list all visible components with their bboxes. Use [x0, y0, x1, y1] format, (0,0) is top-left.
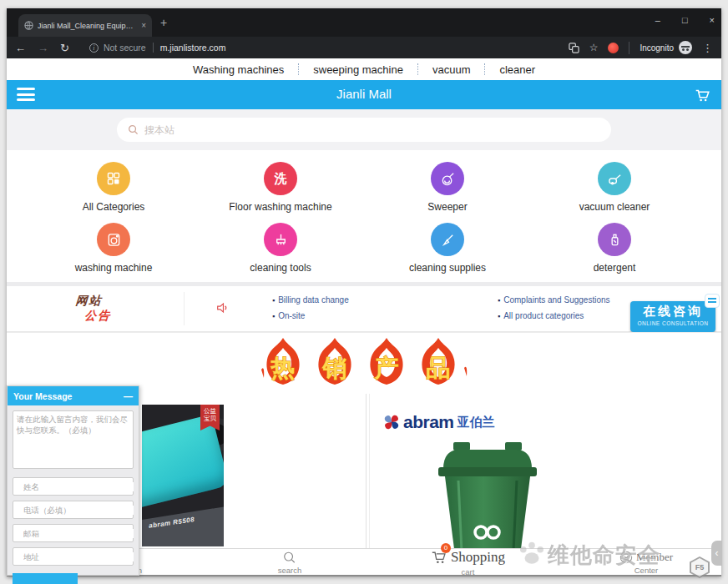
brand-name-cn: 亚伯兰: [458, 415, 495, 430]
grid-icon: [97, 162, 130, 195]
browser-titlebar: Jianli Mall_Cleaning Equipment C × + – □…: [7, 8, 721, 37]
browser-window: Jianli Mall_Cleaning Equipment C × + – □…: [7, 8, 721, 576]
search-section: [7, 109, 721, 150]
brush-icon: [264, 223, 297, 256]
nav-sweeping-machine[interactable]: sweeping machine: [299, 63, 417, 76]
announcement-board: 网站 公告: [74, 294, 114, 324]
site-title: Jianli Mall: [7, 87, 721, 101]
search-box[interactable]: [117, 118, 611, 142]
bottle-icon: [598, 223, 631, 256]
tab-title: Jianli Mall_Cleaning Equipment C: [38, 22, 137, 30]
message-widget: Your Message —: [7, 385, 139, 576]
toolbar-divider: [629, 42, 629, 54]
brand-logo: abram 亚伯兰: [383, 412, 495, 432]
top-nav: Washing machines sweeping machine vacuum…: [7, 58, 721, 80]
send-button[interactable]: send: [13, 573, 78, 584]
translate-icon[interactable]: [569, 43, 579, 53]
chat-bubble-icon: [705, 294, 720, 308]
announce-link-billing[interactable]: ▪ Billing data change: [272, 292, 349, 308]
phone-field[interactable]: [13, 501, 134, 519]
member-person-icon: [619, 551, 633, 564]
side-panel-toggle[interactable]: ‹: [711, 541, 722, 566]
category-cleaning-tools[interactable]: cleaning tools: [197, 218, 364, 279]
product-image-trash-bin: [425, 430, 550, 548]
banner-char: 热: [270, 355, 296, 381]
announce-link-onsite[interactable]: ▪ On-site: [272, 308, 349, 324]
bottomnav-member-center[interactable]: Member Center: [617, 551, 675, 575]
email-field[interactable]: [13, 524, 134, 542]
nav-vacuum[interactable]: vacuum: [418, 63, 485, 76]
maximize-button[interactable]: □: [682, 15, 688, 25]
announce-divider: [184, 292, 185, 325]
machine-tank: [142, 414, 224, 511]
product-card-trash-bin[interactable]: abram 亚伯兰: [369, 394, 721, 548]
online-consultation-button[interactable]: 在线咨询 ONLINE CONSULTATION: [630, 301, 715, 332]
brand-name-en: abram: [403, 412, 454, 432]
security-label: Not secure: [104, 43, 154, 53]
category-panel: All Categories 洗 Floor washing machine S…: [7, 150, 721, 282]
minimize-widget-icon[interactable]: —: [124, 391, 133, 401]
wash-char-icon: 洗: [264, 162, 297, 195]
search-icon: [128, 124, 139, 135]
minimize-button[interactable]: –: [655, 15, 660, 25]
incognito-icon: [679, 41, 692, 54]
product-image-scrubber: abram R5508 公益 宝贝: [142, 405, 224, 546]
app-header: Jianli Mall: [7, 80, 721, 109]
banner-char: 品: [427, 355, 451, 381]
info-icon[interactable]: i: [89, 43, 99, 53]
pinwheel-icon: [383, 414, 400, 430]
url-text: m.jianlistore.com: [154, 43, 226, 53]
category-all-categories[interactable]: All Categories: [30, 157, 197, 218]
menu-kebab-icon[interactable]: ⋮: [702, 42, 713, 54]
hot-products-banner: 热 销 产 品: [7, 336, 721, 393]
category-detergent[interactable]: detergent: [531, 218, 698, 279]
forward-icon[interactable]: →: [38, 42, 48, 54]
new-tab-button[interactable]: +: [160, 17, 167, 28]
banner-char: 产: [374, 355, 399, 381]
nav-washing-machines[interactable]: Washing machines: [179, 63, 298, 76]
reload-icon[interactable]: ↻: [60, 42, 69, 54]
close-button[interactable]: ×: [710, 15, 715, 25]
banner-char: 销: [321, 355, 347, 381]
search-icon: [282, 551, 296, 564]
name-field[interactable]: [13, 477, 134, 496]
browser-tab[interactable]: Jianli Mall_Cleaning Equipment C ×: [18, 14, 152, 37]
incognito-label: Incognito: [640, 43, 674, 53]
announce-link-complaints[interactable]: ▪ Complaints and Suggestions: [498, 292, 610, 308]
category-floor-washing-machine[interactable]: 洗 Floor washing machine: [197, 157, 364, 218]
back-icon[interactable]: ←: [15, 42, 26, 54]
category-sweeper[interactable]: Sweeper: [364, 157, 531, 218]
category-cleaning-supplies[interactable]: cleaning supplies: [364, 218, 531, 279]
sweeper-icon: [431, 162, 464, 195]
extension-icon[interactable]: [608, 43, 619, 53]
washer-icon: [97, 223, 130, 256]
message-widget-header: Your Message —: [8, 386, 139, 405]
category-vacuum-cleaner[interactable]: vacuum cleaner: [531, 157, 698, 218]
address-bar[interactable]: i Not secure m.jianlistore.com: [89, 43, 226, 53]
address-field[interactable]: [13, 547, 134, 566]
cart-icon[interactable]: [693, 86, 711, 104]
hot-products-section: 热 销 产 品: [7, 332, 721, 394]
message-textarea[interactable]: [13, 410, 134, 469]
search-input[interactable]: [144, 124, 600, 136]
speaker-icon: [215, 300, 230, 315]
category-washing-machine[interactable]: washing machine: [30, 218, 197, 279]
incognito-badge: Incognito: [640, 41, 692, 54]
vacuum-icon: [598, 162, 631, 195]
bookmark-star-icon[interactable]: ☆: [589, 42, 599, 53]
bottomnav-search[interactable]: search: [260, 551, 319, 575]
duster-icon: [431, 223, 464, 256]
cart-count-badge: 0: [441, 543, 451, 553]
globe-icon: [24, 21, 33, 30]
announcement-bar: 网站 公告 ▪ Billing data change ▪ On-site: [7, 286, 721, 332]
browser-toolbar: ← → ↻ i Not secure m.jianlistore.com ☆ I…: [7, 37, 721, 58]
tab-close-icon[interactable]: ×: [141, 21, 146, 30]
bottomnav-shopping-cart[interactable]: 0 Shopping cart: [431, 551, 505, 575]
nav-cleaner[interactable]: cleaner: [485, 63, 549, 76]
announce-link-all-products[interactable]: ▪ All product categories: [498, 308, 610, 324]
message-widget-title: Your Message: [13, 391, 124, 401]
